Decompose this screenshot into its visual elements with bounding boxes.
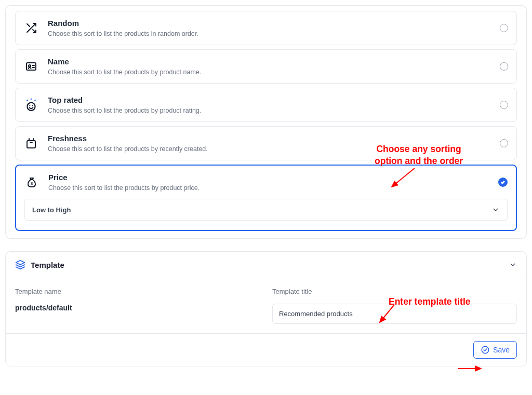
id-card-icon — [24, 59, 38, 74]
svg-point-2 — [27, 103, 35, 111]
sort-option-title: Top rated — [48, 96, 490, 104]
sort-option-title: Freshness — [48, 134, 490, 143]
smile-stars-icon — [24, 98, 38, 112]
radio-unchecked-icon — [500, 139, 508, 147]
sort-option-random[interactable]: Random Choose this sort to list the prod… — [15, 11, 517, 45]
sort-option-desc: Choose this sort to list the products by… — [48, 184, 489, 192]
sort-panel: Random Choose this sort to list the prod… — [5, 5, 527, 239]
chevron-down-icon — [491, 206, 500, 214]
sort-option-title: Price — [48, 173, 489, 182]
sort-order-dropdown[interactable]: Low to High — [24, 199, 508, 221]
svg-rect-0 — [26, 63, 36, 70]
chevron-down-icon — [509, 261, 517, 269]
svg-point-1 — [29, 65, 31, 67]
layers-icon — [15, 260, 25, 270]
check-circle-icon — [481, 345, 490, 355]
sort-option-desc: Choose this sort to list the products by… — [48, 69, 490, 76]
template-panel: Template Template name products/default … — [5, 251, 527, 366]
sort-option-title: Name — [48, 57, 490, 66]
sort-option-top-rated[interactable]: Top rated Choose this sort to list the p… — [15, 88, 517, 122]
template-title-label: Template title — [272, 288, 517, 295]
svg-rect-5 — [27, 141, 35, 148]
sort-option-title: Random — [48, 19, 490, 28]
sort-option-name[interactable]: Name Choose this sort to list the produc… — [15, 49, 517, 84]
svg-text:$: $ — [31, 181, 33, 186]
radio-unchecked-icon — [500, 24, 508, 32]
svg-point-7 — [482, 346, 489, 353]
sort-option-desc: Choose this sort to list the products by… — [48, 107, 490, 114]
annotation-title: Enter template title — [389, 296, 471, 307]
svg-point-3 — [29, 105, 30, 106]
package-icon — [24, 136, 38, 151]
template-name-value: products/default — [15, 304, 260, 312]
svg-point-4 — [32, 105, 33, 106]
save-button[interactable]: Save — [473, 341, 517, 359]
shuffle-icon — [24, 21, 38, 35]
radio-unchecked-icon — [500, 62, 508, 71]
radio-unchecked-icon — [500, 101, 508, 109]
sort-order-selected: Low to High — [32, 206, 71, 214]
template-heading: Template — [31, 261, 503, 269]
template-name-label: Template name — [15, 288, 260, 295]
money-bag-icon: $ — [24, 175, 39, 189]
annotation-sort: Choose any sorting option and the order — [375, 143, 463, 167]
radio-checked-icon — [498, 178, 508, 187]
sort-option-desc: Choose this sort to list the products in… — [48, 30, 490, 37]
template-header[interactable]: Template — [6, 252, 526, 278]
sort-option-price[interactable]: $ Price Choose this sort to list the pro… — [15, 165, 517, 231]
